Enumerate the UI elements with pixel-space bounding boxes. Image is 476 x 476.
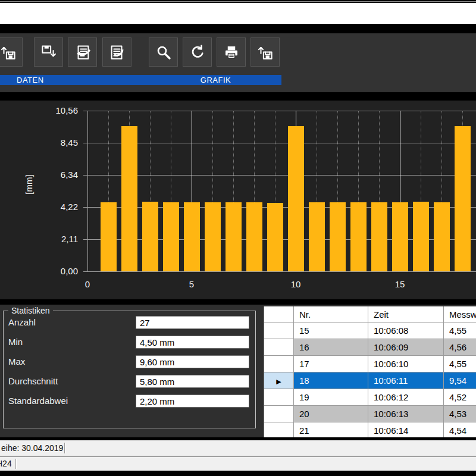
table-cell-nr[interactable]: 21 <box>294 422 368 437</box>
table-cell-nr[interactable]: 19 <box>294 389 368 406</box>
row-header-cell[interactable] <box>264 389 294 406</box>
chart-bar <box>350 202 367 271</box>
table-row[interactable]: ▶1810:06:119,54 <box>264 372 476 389</box>
table-cell-nr[interactable]: 20 <box>294 406 368 422</box>
table-row[interactable]: 1510:06:084,55 <box>264 322 476 339</box>
load-data-button[interactable] <box>0 37 23 67</box>
table-cell-messwert[interactable]: 4,55 <box>444 356 476 372</box>
x-tick-label: 15 <box>391 279 409 289</box>
table-cell-zeit[interactable]: 10:06:09 <box>368 339 444 356</box>
y-tick-label: 0,00 <box>31 266 78 276</box>
y-tick-mark <box>83 175 87 176</box>
table-header-cell-zeit[interactable]: Zeit <box>368 306 444 322</box>
magnifier-icon <box>155 43 173 61</box>
floppy-arrow-down-icon <box>40 43 58 61</box>
chart-bar <box>184 202 200 271</box>
y-axis-line <box>87 111 88 272</box>
table-header-row: Nr.ZeitMesswert <box>264 306 476 322</box>
toolbar-group-label-daten: DATEN <box>0 75 150 85</box>
save-data-button[interactable] <box>34 37 63 67</box>
zoom-button[interactable] <box>149 37 178 67</box>
table-cell-messwert[interactable]: 4,56 <box>444 339 476 356</box>
x-tick-label: 10 <box>287 279 305 289</box>
chart-bar <box>413 202 429 271</box>
status-bar-1: eihe: 30.04.2019 <box>0 440 476 456</box>
status-text-date: eihe: 30.04.2019 <box>1 440 63 456</box>
stat-label-anzahl: Anzahl <box>8 316 36 329</box>
table-cell-nr[interactable]: 18 <box>294 372 368 389</box>
table-header-cell-messwert[interactable]: Messwert <box>444 306 476 322</box>
stat-input-max[interactable] <box>136 355 249 368</box>
export-report-button[interactable] <box>102 37 131 67</box>
import-data-button[interactable] <box>68 37 97 67</box>
top-divider-line <box>0 1 476 2</box>
document-export-icon <box>108 43 126 61</box>
measurement-table[interactable]: Nr.ZeitMesswert1510:06:084,551610:06:094… <box>264 306 476 437</box>
table-cell-zeit[interactable]: 10:06:11 <box>368 372 444 389</box>
chart-bar <box>434 202 450 271</box>
chart-panel: [mm] 0,002,114,226,348,4510,56051015 <box>0 101 476 299</box>
y-tick-mark <box>83 239 87 240</box>
row-header-cell[interactable] <box>264 422 294 437</box>
status-separator <box>15 459 16 469</box>
chart-bar <box>267 203 283 271</box>
chart-bar <box>392 202 408 271</box>
table-cell-nr[interactable]: 16 <box>294 339 368 356</box>
window-title-strip <box>0 3 476 24</box>
stat-label-max: Max <box>8 355 25 368</box>
y-gridline <box>87 271 476 272</box>
chart-bar <box>371 202 387 271</box>
toolbar-group-label-grafik: GRAFIK <box>150 75 281 85</box>
table-cell-zeit[interactable]: 10:06:14 <box>368 422 444 437</box>
table-cell-messwert[interactable]: 4,52 <box>444 389 476 406</box>
chart-bar <box>205 202 221 271</box>
table-row[interactable]: 2010:06:134,53 <box>264 406 476 422</box>
table-cell-zeit[interactable]: 10:06:10 <box>368 356 444 372</box>
row-header-cell[interactable] <box>264 322 294 339</box>
application-window: { "colors": { "accent_blue": "#1253b4", … <box>0 0 476 476</box>
table-cell-messwert[interactable]: 4,54 <box>444 422 476 437</box>
y-tick-label: 2,11 <box>31 234 78 244</box>
table-row[interactable]: 1910:06:124,52 <box>264 389 476 406</box>
table-row[interactable]: 2110:06:144,54 <box>264 422 476 437</box>
y-tick-label: 10,56 <box>31 105 78 115</box>
table-row[interactable]: 1610:06:094,56 <box>264 339 476 356</box>
row-header-cell[interactable] <box>264 406 294 422</box>
table-cell-zeit[interactable]: 10:06:12 <box>368 389 444 406</box>
chart-bar <box>142 202 158 271</box>
status-text-device: H24 <box>0 457 12 471</box>
table-header-cell-nr[interactable]: Nr. <box>294 306 368 322</box>
table-cell-messwert[interactable]: 9,54 <box>444 372 476 389</box>
table-cell-zeit[interactable]: 10:06:13 <box>368 406 444 422</box>
table-cell-messwert[interactable]: 4,53 <box>444 406 476 422</box>
save-graphic-button[interactable] <box>250 37 280 67</box>
stat-label-durchschnitt: Durchschnitt <box>8 375 58 388</box>
table-cell-nr[interactable]: 15 <box>294 322 368 339</box>
stat-input-durchschnitt[interactable] <box>136 375 249 388</box>
stat-label-min: Min <box>8 336 23 349</box>
row-header-cell[interactable] <box>264 339 294 356</box>
chart-bar <box>288 126 304 271</box>
table-cell-messwert[interactable]: 4,55 <box>444 322 476 339</box>
table-row[interactable]: 1710:06:104,55 <box>264 356 476 372</box>
y-tick-label: 6,34 <box>31 170 78 180</box>
y-gridline <box>87 175 476 176</box>
table-cell-nr[interactable]: 17 <box>294 356 368 372</box>
chart-bar <box>455 126 471 271</box>
row-header-cell[interactable] <box>264 356 294 372</box>
y-tick-label: 4,22 <box>31 202 78 212</box>
chart-bar <box>226 202 242 271</box>
stat-input-standardabwei[interactable] <box>136 394 249 408</box>
chart-bar <box>330 202 346 271</box>
refresh-button[interactable] <box>183 37 212 67</box>
chart-bar <box>101 202 117 271</box>
x-tick-label: 5 <box>183 279 201 289</box>
stat-input-min[interactable] <box>136 336 249 349</box>
row-header-cell[interactable]: ▶ <box>264 372 294 389</box>
printer-icon <box>223 43 240 61</box>
table-cell-zeit[interactable]: 10:06:08 <box>368 322 444 339</box>
floppy-arrow-up-icon <box>0 43 17 61</box>
print-button[interactable] <box>217 37 246 67</box>
x-tick-label: 0 <box>79 279 96 289</box>
stat-input-anzahl[interactable] <box>136 316 249 329</box>
